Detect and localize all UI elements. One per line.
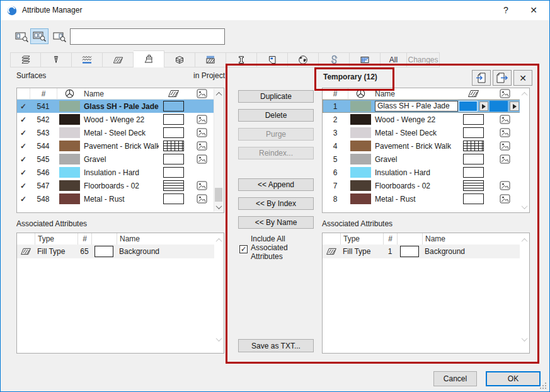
by-index-button[interactable]: << By Index [238,197,314,210]
scroll-down-icon[interactable] [520,335,529,343]
by-name-button[interactable]: << By Name [238,216,314,229]
surface-row[interactable]: ✓ 545 Gravel [17,153,215,166]
save-as-txt-button[interactable]: Save as TXT... [238,339,314,352]
include-all-checkbox[interactable]: ✓ [239,245,248,253]
row-checkmark[interactable]: ✓ [17,139,30,153]
left-table-scrollbar[interactable] [214,89,223,212]
color-swatch[interactable] [350,167,371,178]
fill-preview[interactable] [163,127,184,138]
tab-changes[interactable]: Changes [407,52,440,67]
color-swatch[interactable] [59,193,80,204]
save-attribute-file-button[interactable] [493,70,512,86]
append-button[interactable]: << Append [238,178,314,191]
surface-row[interactable]: ✓ 544 Pavement - Brick Walk [17,139,215,153]
color-swatch[interactable] [59,167,80,178]
right-assoc-scrollbar[interactable] [520,234,529,352]
tab-building-materials[interactable] [195,52,226,67]
ok-button[interactable]: OK [486,371,541,386]
surface-row[interactable]: ✓ 547 Floorboards - 02 [17,179,215,192]
tab-cities[interactable] [288,52,319,67]
surface-row[interactable]: 3 Metal - Steel Deck [323,126,520,139]
color-swatch[interactable] [350,127,371,138]
fill-preview[interactable] [463,154,484,164]
surface-row-editing[interactable]: 1 Glass SH - Pale Jade [323,100,520,113]
surface-row[interactable]: 7 Floorboards - 02 [323,179,520,192]
tab-fill-types[interactable] [103,52,134,67]
fill-preview[interactable] [463,167,484,178]
color-swatch[interactable] [59,114,80,125]
tab-line-types[interactable] [72,52,103,67]
scroll-down-icon[interactable] [520,202,529,211]
tab-layers[interactable] [10,52,41,67]
row-checkmark[interactable]: ✓ [17,179,30,192]
fill-preview[interactable] [163,101,184,112]
texture-preview[interactable] [490,101,508,112]
help-button[interactable]: ? [495,1,517,20]
close-button[interactable]: ✕ [523,1,544,20]
scroll-up-icon[interactable] [214,89,223,98]
surface-row[interactable]: 8 Metal - Rust [323,192,520,205]
fill-preview[interactable] [163,141,184,151]
fill-preview[interactable] [463,127,484,138]
fill-preview[interactable] [463,180,484,191]
cancel-button[interactable]: Cancel [433,371,477,386]
surface-row[interactable]: ✓ 542 Wood - Wenge 22 [17,113,215,126]
delete-button[interactable]: Delete [238,109,314,122]
row-checkmark[interactable]: ✓ [17,100,30,113]
surface-row[interactable]: ✓ 543 Metal - Steel Deck [17,126,215,139]
name-edit-field[interactable]: Glass SH - Pale Jade [375,101,458,112]
fill-preview[interactable] [163,154,184,164]
purge-button[interactable]: Purge [238,128,314,141]
show-left-panel-button[interactable] [13,30,30,43]
reindex-button[interactable]: Reindex... [238,147,314,159]
tab-profiles[interactable] [226,52,257,67]
row-checkmark[interactable]: ✓ [17,153,30,166]
row-checkmark[interactable]: ✓ [17,126,30,139]
fill-preview[interactable] [163,180,184,191]
tab-mep-systems[interactable] [319,52,350,67]
color-swatch[interactable] [350,114,371,125]
fill-preview[interactable] [463,141,484,151]
assoc-row[interactable]: Fill Type 65 Background [17,245,215,258]
fill-preview[interactable] [163,114,184,125]
fill-preview[interactable] [463,114,484,125]
color-swatch[interactable] [350,180,371,191]
tab-composites[interactable] [164,52,195,67]
tab-surfaces[interactable] [134,50,164,67]
open-attribute-file-button[interactable] [472,70,491,86]
row-checkmark[interactable]: ✓ [17,166,30,179]
tab-pens[interactable] [41,52,72,67]
show-both-panels-button[interactable] [30,28,49,44]
surface-row[interactable]: ✓ 546 Insulation - Hard [17,166,215,179]
duplicate-button[interactable]: Duplicate [238,90,314,103]
color-swatch[interactable] [350,141,371,151]
tab-zone-categories[interactable] [257,52,288,67]
scroll-up-icon[interactable] [520,236,529,245]
clear-temporary-button[interactable]: ✕ [513,70,532,86]
scroll-down-icon[interactable] [214,202,223,211]
fill-preview[interactable] [163,193,184,204]
scroll-up-icon[interactable] [214,236,223,245]
color-swatch[interactable] [59,154,80,164]
color-swatch[interactable] [59,127,80,138]
left-assoc-scrollbar[interactable] [214,234,223,352]
surface-row[interactable]: 6 Insulation - Hard [323,166,520,179]
title-bar[interactable]: Attribute Manager ? ✕ [1,1,549,20]
tab-all[interactable]: All [381,52,407,67]
resize-grip[interactable] [540,383,547,389]
surface-row[interactable]: ✓ 541 Glass SH - Pale Jade [17,100,215,113]
fill-preview[interactable] [459,101,478,112]
scroll-thumb[interactable] [215,188,222,202]
surface-row[interactable]: 2 Wood - Wenge 22 [323,113,520,126]
color-swatch[interactable] [350,193,371,204]
fill-flyout-button[interactable] [479,101,488,111]
surface-row[interactable]: 4 Pavement - Brick Walk [323,139,520,153]
fill-preview[interactable] [163,167,184,178]
row-checkmark[interactable]: ✓ [17,113,30,126]
search-input[interactable] [70,28,225,45]
surface-row[interactable]: ✓ 548 Metal - Rust [17,192,215,205]
surface-row[interactable]: 5 Gravel [323,153,520,166]
color-swatch[interactable] [350,154,371,164]
right-table-scrollbar[interactable] [520,89,529,212]
color-swatch[interactable] [59,101,80,112]
